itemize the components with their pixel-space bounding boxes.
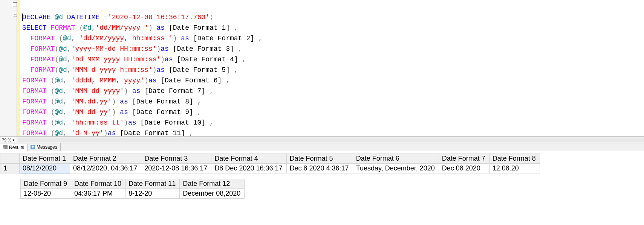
cell[interactable]: Dec 8 2020 4:36:17 bbox=[286, 164, 353, 173]
results-grid-continued[interactable]: Date Format 9 Date Format 10 Date Format… bbox=[20, 179, 245, 199]
header-row: Date Format 9 Date Format 10 Date Format… bbox=[21, 179, 245, 189]
results-pane: Date Format 1 Date Format 2 Date Format … bbox=[0, 151, 644, 199]
zoom-bar: 79 % ▼ bbox=[0, 137, 644, 143]
col-header[interactable]: Date Format 8 bbox=[489, 154, 540, 164]
fold-minus-icon[interactable]: − bbox=[13, 2, 17, 6]
rownum-cell[interactable]: 1 bbox=[0, 164, 20, 173]
col-header[interactable]: Date Format 12 bbox=[180, 179, 245, 189]
cell[interactable]: 12.08.20 bbox=[489, 164, 540, 173]
cell[interactable]: Tuesday, December, 2020 bbox=[353, 164, 439, 173]
col-header[interactable]: Date Format 2 bbox=[70, 154, 141, 164]
horizontal-scrollbar[interactable] bbox=[18, 138, 644, 142]
gutter-margin bbox=[0, 0, 4, 136]
message-icon bbox=[31, 145, 35, 149]
code-area[interactable]: DECLARE @d DATETIME ='2020-12-08 16:36:1… bbox=[20, 0, 644, 136]
grid-icon bbox=[3, 145, 8, 150]
cell[interactable]: 8-12-20 bbox=[125, 189, 180, 199]
cell[interactable]: 12-08-20 bbox=[21, 189, 71, 199]
col-header[interactable]: Date Format 3 bbox=[141, 154, 211, 164]
cell[interactable]: Dec 08 2020 bbox=[439, 164, 489, 173]
tab-label: Messages bbox=[37, 144, 57, 150]
fold-minus-icon[interactable]: − bbox=[13, 13, 17, 17]
outline-gutter: − − bbox=[4, 0, 17, 136]
cell[interactable]: D8 Dec 2020 16:36:17 bbox=[211, 164, 286, 173]
cell[interactable]: 08/12/2020 bbox=[20, 164, 70, 173]
tab-messages[interactable]: Messages bbox=[28, 143, 61, 151]
col-header[interactable]: Date Format 9 bbox=[21, 179, 71, 189]
col-header[interactable]: Date Format 4 bbox=[211, 154, 286, 164]
rownum-header[interactable] bbox=[0, 154, 20, 164]
col-header[interactable]: Date Format 6 bbox=[353, 154, 439, 164]
chevron-down-icon: ▼ bbox=[12, 138, 15, 142]
results-tabs: Results Messages bbox=[0, 143, 644, 151]
cell[interactable]: 04:36:17 PM bbox=[71, 189, 125, 199]
table-row[interactable]: 12-08-20 04:36:17 PM 8-12-20 December 08… bbox=[21, 189, 245, 199]
col-header[interactable]: Date Format 10 bbox=[71, 179, 125, 189]
change-marker bbox=[17, 0, 20, 136]
zoom-dropdown[interactable]: 79 % ▼ bbox=[1, 137, 16, 143]
header-row: Date Format 1 Date Format 2 Date Format … bbox=[0, 154, 540, 164]
cell[interactable]: December 08,2020 bbox=[180, 189, 245, 199]
kw-declare: DECLARE bbox=[22, 14, 51, 21]
col-header[interactable]: Date Format 1 bbox=[20, 154, 70, 164]
col-header[interactable]: Date Format 7 bbox=[439, 154, 489, 164]
tab-results[interactable]: Results bbox=[0, 144, 28, 151]
results-grid[interactable]: Date Format 1 Date Format 2 Date Format … bbox=[0, 154, 540, 173]
col-header[interactable]: Date Format 11 bbox=[125, 179, 180, 189]
sql-editor[interactable]: − − DECLARE @d DATETIME ='2020-12-08 16:… bbox=[0, 0, 644, 137]
table-row[interactable]: 1 08/12/2020 08/12/2020, 04:36:17 2020-1… bbox=[0, 164, 540, 173]
col-header[interactable]: Date Format 5 bbox=[286, 154, 353, 164]
cell[interactable]: 08/12/2020, 04:36:17 bbox=[70, 164, 141, 173]
zoom-value: 79 % bbox=[2, 138, 11, 142]
cell[interactable]: 2020-12-08 16:36:17 bbox=[141, 164, 211, 173]
tab-label: Results bbox=[9, 145, 24, 150]
